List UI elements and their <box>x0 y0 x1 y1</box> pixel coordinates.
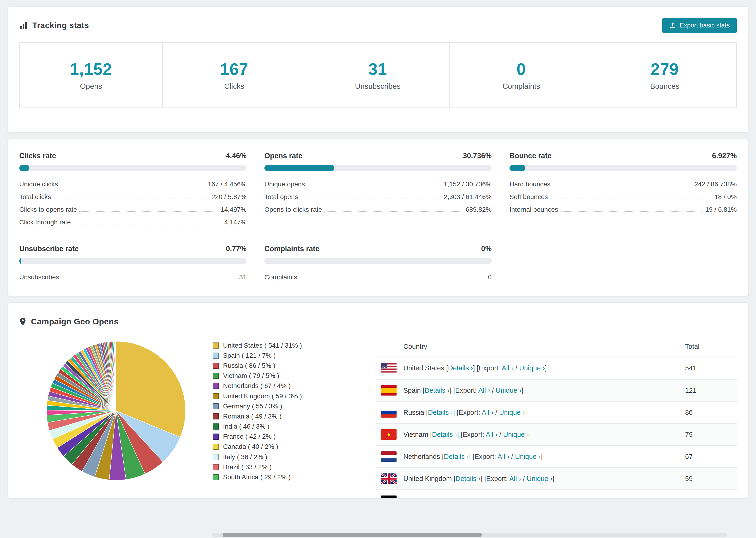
details-link[interactable]: Details › <box>448 364 473 372</box>
page-title: Tracking stats <box>32 21 89 30</box>
export-unique-link[interactable]: Unique › <box>506 497 532 499</box>
legend-item-italy: Italy ( 36 / 2% ) <box>213 452 363 462</box>
country-cell: Netherlands [Details ›] [Export: All › /… <box>404 453 543 460</box>
rate-header: Bounce rate6.927% <box>510 152 737 160</box>
country-cell: Vietnam [Details ›] [Export: All › / Uni… <box>404 431 531 439</box>
rate-header: Complaints rate0% <box>264 244 492 253</box>
export-unique-link[interactable]: Unique › <box>503 431 529 438</box>
legend-label: Netherlands ( 67 / 4% ) <box>223 382 291 390</box>
legend-swatch <box>213 403 219 409</box>
stat-box-bounces: 279 Bounces <box>593 42 737 108</box>
details-link[interactable]: Details › <box>435 497 460 499</box>
stat-row-label: Internal bounces <box>510 206 558 213</box>
flag-es-icon <box>381 385 397 396</box>
dotted-leader <box>561 211 703 212</box>
dotted-leader <box>324 211 463 212</box>
table-row-united-states: United States [Details ›] [Export: All ›… <box>376 357 737 379</box>
stat-row-label: Unsubscribes <box>19 273 59 281</box>
legend-swatch <box>213 423 219 430</box>
country-name: Russia <box>404 409 424 416</box>
tracking-stats-card: Tracking stats Export basic stats 1,152 … <box>8 6 748 133</box>
progress-bar <box>19 165 246 171</box>
stat-row-clicks-to-opens-rate: Clicks to opens rate14.497% <box>19 203 246 216</box>
details-link[interactable]: Details › <box>424 387 449 394</box>
stat-row-label: Complaints <box>264 273 297 281</box>
stat-label: Complaints <box>503 82 540 91</box>
export-label: Export: <box>463 431 486 438</box>
geo-header: Campaign Geo Opens <box>19 313 737 330</box>
legend-swatch <box>213 393 219 399</box>
export-all-link[interactable]: All › <box>489 497 501 499</box>
bar-chart-icon <box>19 21 28 29</box>
rate-title: Clicks rate <box>19 152 56 160</box>
legend-label: Brazil ( 33 / 2% ) <box>223 463 272 471</box>
export-all-link[interactable]: All › <box>498 453 509 460</box>
geo-title: Campaign Geo Opens <box>31 317 119 326</box>
flag-us-icon <box>381 363 397 373</box>
country-total: 541 <box>685 364 732 372</box>
export-all-link[interactable]: All › <box>478 387 490 394</box>
legend-swatch <box>213 474 219 480</box>
progress-bar <box>19 258 246 264</box>
stat-label: Clicks <box>224 82 244 91</box>
export-all-link[interactable]: All › <box>482 409 494 416</box>
country-name: Spain <box>404 387 421 394</box>
stat-row-value: 31 <box>239 273 246 281</box>
legend-label: India ( 46 / 3% ) <box>223 423 270 430</box>
stat-box-unsubscribes: 31 Unsubscribes <box>306 42 450 108</box>
export-all-link[interactable]: All › <box>486 431 498 438</box>
export-unique-link[interactable]: Unique › <box>499 409 525 416</box>
stat-row-internal-bounces: Internal bounces19 / 6.81% <box>510 203 737 216</box>
legend-swatch <box>213 383 219 389</box>
stat-row-click-through-rate: Click through rate4.147% <box>19 216 246 229</box>
flag-nl-icon <box>381 452 397 462</box>
flag-vn-icon <box>381 429 397 440</box>
stat-row-value: 242 / 86.738% <box>694 181 737 188</box>
rate-title: Opens rate <box>264 152 302 160</box>
table-row-germany: Germany [Details ›] [Export: All › / Uni… <box>376 489 737 499</box>
export-unique-link[interactable]: Unique › <box>496 387 521 394</box>
export-all-link[interactable]: All › <box>502 364 513 372</box>
scrollbar-thumb[interactable] <box>223 533 482 537</box>
stat-row-value: 220 / 5.87% <box>212 193 246 201</box>
geo-legend: United States ( 541 / 31% )Spain ( 121 /… <box>213 340 363 482</box>
stat-row-value: 18 / 0% <box>715 193 737 201</box>
legend-label: Romania ( 49 / 3% ) <box>223 413 282 420</box>
country-cell: Germany [Details ›] [Export: All › / Uni… <box>404 497 534 499</box>
horizontal-scrollbar[interactable] <box>212 533 727 537</box>
dotted-leader <box>307 186 441 187</box>
legend-item-romania: Romania ( 49 / 3% ) <box>213 411 363 421</box>
stat-label: Opens <box>80 82 102 91</box>
dotted-leader <box>553 186 692 187</box>
stat-row-unique-clicks: Unique clicks167 / 4.456% <box>19 178 246 190</box>
stat-box-opens: 1,152 Opens <box>19 42 163 108</box>
flag-gb-icon <box>381 473 397 484</box>
legend-label: United States ( 541 / 31% ) <box>223 342 302 349</box>
details-link[interactable]: Details › <box>432 431 457 438</box>
legend-label: France ( 42 / 2% ) <box>223 433 276 440</box>
country-total: 59 <box>685 475 732 483</box>
progress-bar <box>510 165 737 171</box>
geo-table: Country Total United States [Details ›] … <box>376 337 737 499</box>
details-link[interactable]: Details › <box>428 409 453 416</box>
table-row-netherlands: Netherlands [Details ›] [Export: All › /… <box>376 445 737 467</box>
legend-swatch <box>213 413 219 419</box>
details-link[interactable]: Details › <box>456 475 480 482</box>
export-icon <box>669 22 676 28</box>
legend-item-canada: Canada ( 40 / 2% ) <box>213 442 363 452</box>
export-basic-stats-button[interactable]: Export basic stats <box>662 18 737 33</box>
details-link[interactable]: Details › <box>444 453 469 460</box>
export-button-label: Export basic stats <box>680 22 730 29</box>
dotted-leader <box>60 186 205 187</box>
country-cell: Russia [Details ›] [Export: All › / Uniq… <box>404 409 527 416</box>
export-unique-link[interactable]: Unique › <box>515 453 541 460</box>
export-all-link[interactable]: All › <box>509 475 521 482</box>
export-unique-link[interactable]: Unique › <box>519 364 545 372</box>
rate-bounce-rate: Bounce rate6.927%Hard bounces242 / 86.73… <box>510 152 737 229</box>
legend-swatch <box>213 434 219 440</box>
country-name: Vietnam <box>404 431 428 438</box>
legend-item-india: India ( 46 / 3% ) <box>213 422 363 432</box>
stat-row-label: Soft bounces <box>510 193 548 201</box>
export-unique-link[interactable]: Unique › <box>527 475 553 482</box>
stat-box-clicks: 167 Clicks <box>162 42 306 108</box>
